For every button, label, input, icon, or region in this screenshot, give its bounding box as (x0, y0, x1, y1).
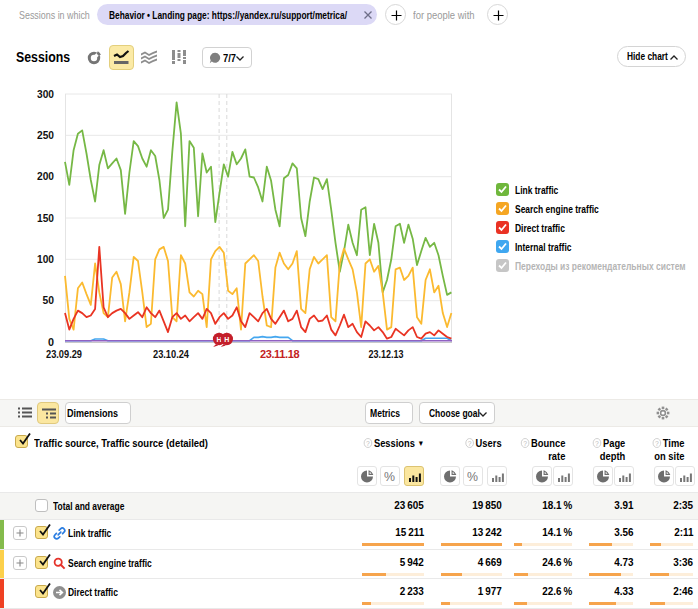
svg-text:H: H (224, 336, 229, 343)
svg-text:100: 100 (37, 253, 54, 265)
svg-text:23.12.13: 23.12.13 (369, 348, 404, 360)
svg-text:23.11.18: 23.11.18 (260, 348, 300, 360)
svg-text:23.09.29: 23.09.29 (46, 348, 82, 360)
svg-text:50: 50 (43, 294, 55, 306)
svg-text:0: 0 (48, 336, 54, 348)
svg-text:300: 300 (37, 88, 54, 100)
svg-text:23.10.24: 23.10.24 (153, 348, 190, 360)
svg-text:200: 200 (37, 170, 54, 182)
svg-text:250: 250 (37, 129, 54, 141)
svg-text:150: 150 (37, 212, 54, 224)
